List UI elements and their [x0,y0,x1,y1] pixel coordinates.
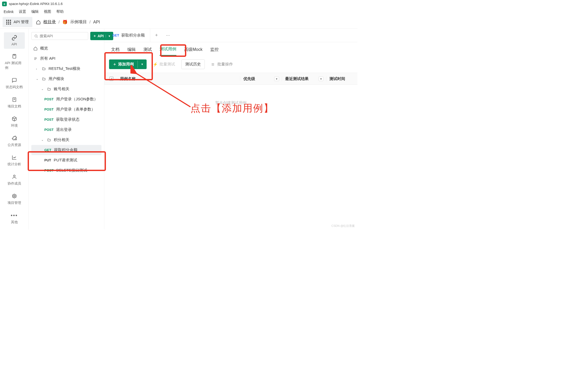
editor-tab[interactable]: GET 获取积分余额 [107,29,150,42]
tree-api[interactable]: POST 用户登录（表单参数） [31,104,101,114]
menu-settings[interactable]: 设置 [19,9,26,14]
folder-icon [42,67,46,71]
gear-icon [11,193,17,199]
search-input[interactable] [31,32,88,40]
nav-stats[interactable]: 统计分析 [4,152,25,169]
add-api-label: API [98,34,104,38]
http-method: PUT [44,158,51,162]
tree-label: 退出登录 [56,127,72,132]
nav-mgmt[interactable]: 项目管理 [4,191,25,208]
nav-public[interactable]: 公共资源 [4,133,25,150]
nav-label: API [11,42,17,46]
tree-api[interactable]: POST DELETE接口测试 [31,165,101,175]
nav-testcase[interactable]: API 测试用例 [4,51,25,73]
th-last-result[interactable]: 最近测试结果 ▾ [282,76,326,81]
grid-icon [6,20,11,25]
nav-env[interactable]: 环境 [4,113,25,131]
nav-docs[interactable]: 项目文档 [4,94,25,111]
tab-more-button[interactable]: ··· [163,33,173,38]
tree-label: 账号相关 [54,87,69,92]
batch-test-button[interactable]: ⚡ 批量测试 [150,60,178,69]
batch-test-label: 批量测试 [159,62,175,67]
tree-label: 获取登录状态 [56,117,80,122]
tree-api[interactable]: PUT PUT请求测试 [31,155,101,165]
tree-api[interactable]: POST 用户登录（JSON参数） [31,94,101,104]
clipboard-icon [11,53,17,59]
api-management-button[interactable]: API 管理 [3,17,32,27]
th-priority[interactable]: 优先级 ▾ [240,76,282,81]
search-field[interactable] [40,34,85,38]
tree-label: PUT请求测试 [54,158,77,163]
menu-help[interactable]: 帮助 [56,9,64,14]
tab-add-button[interactable]: + [151,33,162,38]
http-method: GET [112,33,119,37]
breadcrumb-sep: / [89,20,91,25]
chevron-down-icon[interactable]: ▾ [274,77,279,81]
tree-api-selected[interactable]: GET 获取积分余额 [31,145,101,155]
subtab-doc[interactable]: 文档 [111,47,119,56]
tree-label: 积分相关 [54,137,69,142]
menu-edit[interactable]: 编辑 [31,9,39,14]
batch-ops-button[interactable]: 批量操作 [211,62,233,67]
chevron-down-icon[interactable]: ▾ [319,77,323,81]
batch-ops-label: 批量操作 [217,62,233,67]
nav-label: 统计分析 [8,162,21,167]
sidebar: ＋ API ▼ 概览 所有 API › RESTful_Test模块 ⌄ [29,29,104,229]
svg-line-7 [37,37,38,38]
chart-icon [11,155,17,160]
add-case-label: 添加用例 [118,62,134,67]
main-area: GET 获取积分余额 + ··· 文档 编辑 测试 测试用例 高级Mock 监控… [104,29,357,229]
sidebar-overview[interactable]: 概览 [31,43,101,53]
subtab-monitor[interactable]: 监控 [210,47,219,56]
breadcrumb-sep: / [58,20,59,25]
tree-folder[interactable]: ⌄ 积分相关 [31,135,101,145]
titlebar: e space-hphxjz-Eolink APIKit 10.6.1.6 [0,0,357,8]
nav-api[interactable]: API [4,32,25,49]
tree-label: 用户模块 [49,76,64,81]
message-icon [11,77,17,83]
subtab-test[interactable]: 测试 [143,47,152,56]
link-icon [11,35,17,41]
plus-icon: ＋ [113,62,117,67]
nav-label: 其他 [11,220,18,224]
app-icon: e [2,2,7,6]
plus-icon: ＋ [93,34,97,38]
folder-icon [47,87,51,91]
add-case-button[interactable]: ＋添加用例 ▼ [109,59,147,69]
nav-other[interactable]: ••• 其他 [4,210,25,227]
subtab-testcase[interactable]: 测试用例 [160,46,176,56]
menu-view[interactable]: 视图 [44,9,51,14]
list-icon [33,57,38,60]
sidebar-all-api[interactable]: 所有 API [31,53,101,64]
tree-label: 用户登录（表单参数） [56,107,95,112]
chevron-down-icon: ⌄ [41,138,44,142]
nav-label: API 测试用例 [5,61,24,70]
menubar: Eolink 设置 编辑 视图 帮助 [0,8,357,16]
select-all-checkbox[interactable]: ✓ [104,77,118,81]
chevron-down-icon[interactable]: ▼ [137,60,147,68]
nav-label: 环境 [11,123,18,128]
overview-label: 概览 [40,46,48,51]
api-mgmt-label: API 管理 [14,20,29,25]
breadcrumb-project[interactable]: 示例项目 [70,19,87,25]
test-history-button[interactable]: 测试历史 [181,59,205,69]
tree-api[interactable]: POST 获取登录状态 [31,114,101,125]
svg-rect-0 [13,54,16,58]
tree-folder[interactable]: ⌄ 用户模块 [31,74,101,84]
tree-api[interactable]: POST 退出登录 [31,125,101,135]
menu-eolink[interactable]: Eolink [4,10,14,14]
th-priority-label: 优先级 [243,76,255,81]
chevron-right-icon: › [36,67,39,70]
tree-folder[interactable]: › RESTful_Test模块 [31,64,101,74]
nav-label: 状态码文档 [6,85,23,89]
nav-label: 项目管理 [8,200,21,205]
svg-point-6 [35,35,37,37]
subtab-edit[interactable]: 编辑 [127,47,136,56]
nav-status[interactable]: 状态码文档 [4,75,25,92]
folder-icon [47,138,51,142]
tree-label: DELETE接口测试 [56,168,87,173]
subtab-mock[interactable]: 高级Mock [184,47,202,56]
breadcrumb-root[interactable]: 根目录 [43,19,56,25]
tree-folder[interactable]: ⌄ 账号相关 [31,84,101,94]
nav-team[interactable]: 协作成员 [4,171,25,188]
